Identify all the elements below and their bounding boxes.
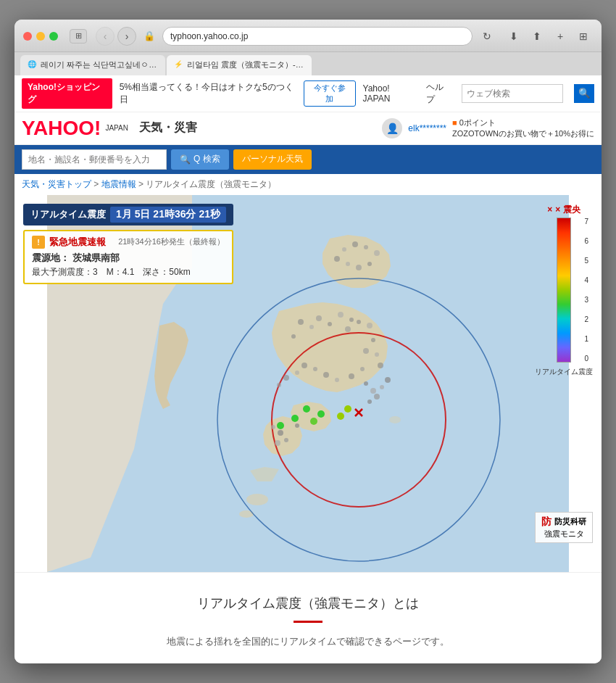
search-button[interactable]: 🔍 Q 検索	[171, 149, 229, 170]
svg-point-45	[364, 381, 368, 386]
search-bar: 🔍 Q 検索 パーソナル天気	[14, 145, 602, 174]
download-button[interactable]: ⬇	[504, 27, 523, 46]
epicenter-label: × × 震央	[547, 204, 580, 216]
lock-icon: 🔒	[142, 29, 157, 44]
svg-point-48	[374, 394, 380, 400]
url-text: typhoon.yahoo.co.jp	[170, 31, 248, 41]
tab1-label: 레이기 짜주는 식단먹고싶네ㅇㅇ - AKB48 갤러리	[41, 59, 158, 70]
svg-point-38	[310, 418, 317, 425]
realtime-time: 1月 5日 21時36分 21秒	[110, 207, 226, 223]
grid-button[interactable]: ⊞	[574, 27, 593, 46]
svg-point-29	[352, 241, 358, 247]
add-tab-button[interactable]: +	[551, 27, 570, 46]
warning-icon: !	[32, 236, 45, 249]
svg-point-46	[370, 388, 376, 394]
forward-button[interactable]: ›	[117, 27, 136, 46]
zozo-promo: ZOZOTOWNのお買い物で＋10%お得に	[452, 128, 594, 139]
location-input[interactable]	[22, 149, 167, 170]
back-button[interactable]: ‹	[96, 27, 115, 46]
realtime-badge: リアルタイム震度 1月 5日 21時36分 21秒	[23, 204, 233, 225]
svg-point-21	[335, 378, 339, 382]
info-section: リアルタイム震度（強震モニタ）とは 地震による揺れを全国的にリアルタイムで確認で…	[14, 572, 602, 664]
breadcrumb-current: リアルタイム震度（強震モニタ）	[146, 179, 276, 189]
yahoo-shopping-button[interactable]: Yahoo!ショッピング	[22, 78, 112, 109]
yahoo-logo-text: YAHOO!	[22, 117, 101, 140]
svg-point-6	[309, 325, 314, 329]
svg-point-7	[291, 334, 296, 339]
alert-time: 21時34分16秒発生（最終報）	[118, 236, 225, 247]
scale-gradient	[557, 218, 571, 363]
info-title: リアルタイム震度（強震モニタ）とは	[29, 595, 587, 612]
browser-window: ⊞ ‹ › 🔒 typhoon.yahoo.co.jp ↻ ⬇ ⬆ + ⊞ 🌐 …	[14, 20, 602, 664]
help-link[interactable]: ヘルプ	[426, 81, 451, 106]
yahoo-header: YAHOO! JAPAN 天気・災害 👤 elk******** ■ 0ポイント…	[14, 112, 602, 145]
tabs-bar: 🌐 레이기 짜주는 식단먹고싶네ㅇㅇ - AKB48 갤러리 ⚡ 리얼타임 震度…	[14, 52, 602, 75]
svg-point-55	[295, 423, 299, 428]
personal-weather-button[interactable]: パーソナル天気	[233, 149, 312, 170]
tab-2[interactable]: ⚡ 리얼타임 震度（強震モニタ）- Yahoo!天気・災害	[167, 55, 312, 75]
svg-point-24	[301, 363, 307, 368]
breadcrumb-home[interactable]: 天気・災害トップ	[22, 179, 91, 189]
traffic-lights	[23, 32, 58, 41]
alert-location: 震源地： 茨城県南部	[32, 252, 225, 265]
svg-point-50	[385, 377, 391, 383]
svg-point-31	[374, 250, 380, 256]
user-avatar: 👤	[382, 118, 402, 138]
svg-point-39	[317, 410, 325, 418]
svg-point-32	[367, 262, 372, 266]
tab2-favicon: ⚡	[174, 60, 183, 70]
svg-point-34	[346, 262, 350, 266]
address-bar[interactable]: typhoon.yahoo.co.jp	[162, 27, 473, 46]
alert-title: 緊急地震速報	[49, 236, 106, 249]
svg-point-47	[367, 400, 372, 404]
share-button[interactable]: ⬆	[528, 27, 546, 46]
alert-header: ! 緊急地震速報 21時34分16秒発生（最終報）	[32, 236, 225, 249]
promo-text: 5%相当還ってくる！今日はオトクな5のつく日	[120, 81, 297, 106]
svg-point-23	[313, 367, 317, 371]
minimize-button[interactable]	[36, 32, 45, 41]
web-search-button[interactable]: 🔍	[574, 84, 594, 103]
badge-label: リアルタイム震度	[30, 208, 106, 221]
window-controls: ⊞	[70, 29, 87, 44]
reload-button[interactable]: ↻	[478, 28, 496, 45]
svg-point-9	[328, 322, 332, 326]
svg-point-20	[349, 373, 354, 379]
breadcrumb-eq[interactable]: 地震情報	[101, 179, 136, 189]
sidebar-toggle[interactable]: ⊞	[70, 29, 87, 44]
svg-point-22	[323, 372, 329, 378]
toolbar-right: ⬇ ⬆ + ⊞	[504, 27, 593, 46]
close-button[interactable]	[23, 32, 32, 41]
bosai-label: 防災科研	[554, 516, 586, 527]
svg-point-49	[380, 385, 384, 389]
yahoo-logo-sub: JAPAN	[105, 124, 128, 132]
svg-point-51	[271, 425, 275, 429]
epicenter-x-icon: ×	[547, 204, 552, 215]
alert-details: 最大予測震度：3 M：4.1 深さ：50km	[32, 266, 225, 278]
username[interactable]: elk********	[408, 123, 446, 133]
info-description: 地震による揺れを全国的にリアルタイムで確認できるページです。	[29, 634, 587, 650]
service-title: 天気・災害	[139, 120, 197, 136]
points-icon: ■	[452, 118, 457, 127]
tab-1[interactable]: 🌐 레이기 짜주는 식단먹고싶네ㅇㅇ - AKB48 갤러리	[20, 55, 165, 75]
svg-point-28	[342, 247, 346, 252]
info-divider	[294, 621, 322, 623]
join-button[interactable]: 今すぐ参加	[304, 80, 355, 107]
maximize-button[interactable]	[49, 32, 58, 41]
svg-point-27	[277, 383, 281, 387]
svg-point-14	[367, 323, 372, 328]
svg-point-37	[291, 415, 299, 422]
top-banner: Yahoo!ショッピング 5%相当還ってくる！今日はオトクな5のつく日 今すぐ参…	[14, 75, 602, 112]
nav-buttons: ‹ ›	[96, 27, 136, 46]
web-search-input[interactable]	[462, 84, 563, 103]
yahoo-japan-link[interactable]: Yahoo! JAPAN	[363, 83, 416, 104]
svg-point-54	[275, 440, 280, 446]
breadcrumb-sep2: >	[138, 179, 146, 189]
search-icon: 🔍	[180, 154, 191, 165]
bosai-box: 防 防災科研 強震モニタ	[535, 512, 593, 543]
svg-point-19	[360, 367, 365, 371]
map-section: リアルタイム震度 1月 5日 21時36分 21秒 ! 緊急地震速報 21時34…	[14, 195, 602, 572]
svg-point-10	[338, 312, 344, 318]
svg-point-16	[363, 348, 369, 354]
svg-point-40	[277, 422, 284, 429]
tab2-label: 리얼타임 震度（強震モニタ）- Yahoo!天気・災害	[187, 59, 304, 70]
